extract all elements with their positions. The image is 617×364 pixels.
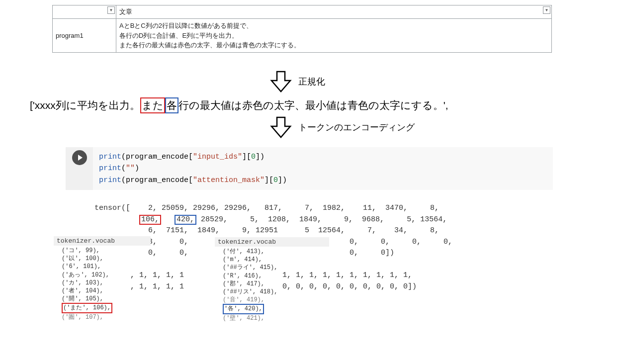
norm-blue-box: 各 bbox=[165, 97, 178, 113]
vocab-a-mata-highlight: ('また', 106), bbox=[62, 303, 112, 313]
row1-line1: AとBとC列の2行目以降に数値がある前提で、 bbox=[119, 21, 548, 31]
norm-prefix: ['xxxx列に平均を出力。 bbox=[30, 99, 140, 111]
row1-line2: 各行のD列に合計値、E列に平均を出力。 bbox=[119, 31, 548, 41]
arrow2-label: トークンのエンコーディング bbox=[298, 121, 415, 133]
vocab-overlay-b: tokenizer.vocab ('付', 413), ('m', 414), … bbox=[215, 237, 329, 323]
arrow-normalize-icon bbox=[268, 71, 293, 94]
code-content: print(program_encode["input_ids"][0]) pr… bbox=[93, 147, 553, 190]
row1-right: AとBとC列の2行目以降に数値がある前提で、 各行のD列に合計値、E列に平均を出… bbox=[116, 19, 552, 53]
row1-line3: また各行の最大値は赤色の太字、最小値は青色の太字にする。 bbox=[119, 40, 548, 50]
vocab-a-list: ('コ', 99), ('以', 100), ('6', 101), ('あっ'… bbox=[54, 246, 151, 322]
row1-left: program1 bbox=[53, 19, 116, 53]
filter-dropdown-icon[interactable]: ▼ bbox=[543, 6, 550, 14]
vocab-b-header: tokenizer.vocab bbox=[215, 237, 329, 247]
tensor-106-highlight: 106, bbox=[139, 215, 161, 225]
norm-suffix: 行の最大値は赤色の太字、最小値は青色の太字にする。', bbox=[178, 99, 448, 111]
arrow-encode-icon bbox=[268, 116, 293, 140]
header-label: 文章 bbox=[119, 8, 132, 15]
filter-dropdown-icon[interactable]: ▼ bbox=[107, 6, 115, 14]
normalized-text: ['xxxx列に平均を出力。また各行の最大値は赤色の太字、最小値は青色の太字にす… bbox=[30, 97, 448, 113]
header-cell-right: 文章 ▼ bbox=[116, 5, 552, 19]
vocab-b-kaku-highlight: '各', 420), bbox=[223, 304, 264, 314]
excel-table: ▼ 文章 ▼ program1 AとBとC列の2行目以降に数値がある前提で、 各… bbox=[52, 5, 552, 53]
run-button[interactable] bbox=[72, 150, 87, 165]
code-gutter bbox=[66, 147, 93, 190]
header-cell-left: ▼ bbox=[53, 5, 116, 19]
play-icon bbox=[78, 155, 83, 161]
norm-red-box: また bbox=[140, 97, 165, 113]
code-cell: print(program_encode["input_ids"][0]) pr… bbox=[66, 147, 553, 190]
tensor-420-highlight: 420, bbox=[175, 215, 196, 225]
vocab-a-header: tokenizer.vocab bbox=[54, 236, 151, 246]
vocab-overlay-a: tokenizer.vocab ('コ', 99), ('以', 100), (… bbox=[54, 236, 151, 322]
vocab-b-list: ('付', 413), ('m', 414), ('##ライ', 415), (… bbox=[215, 247, 329, 323]
arrow1-label: 正規化 bbox=[298, 76, 325, 88]
